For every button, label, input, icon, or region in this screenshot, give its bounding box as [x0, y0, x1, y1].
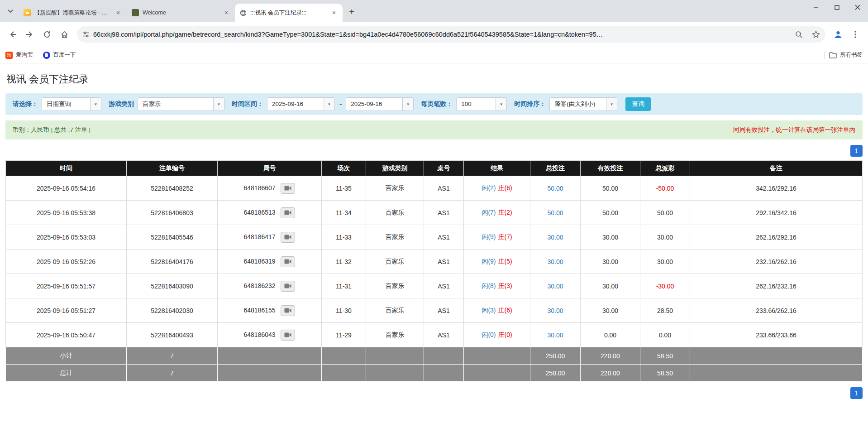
replay-video-button[interactable]	[281, 207, 295, 218]
result-banker: 庄(2)	[498, 209, 512, 216]
bookmark-label: 爱淘宝	[16, 51, 33, 59]
cell-round: 648186155	[218, 298, 322, 323]
tab-title: 【新提醒】海燕策略论坛 - 综合…	[34, 9, 110, 17]
round-id: 648186607	[244, 184, 276, 191]
tab-bet-records-active[interactable]: :::视讯 会员下注纪录::: ×	[235, 4, 343, 22]
cell-result: 闲(3)庄(6)	[464, 298, 530, 323]
replay-video-button[interactable]	[281, 330, 295, 341]
cell-round: 648186319	[218, 250, 322, 274]
query-type-select[interactable]: 日期查询 ▼	[42, 97, 101, 111]
replay-video-button[interactable]	[281, 305, 295, 316]
cell-time: 2025-09-16 05:54:16	[6, 176, 127, 201]
cell-valid-bet: 50.00	[581, 176, 640, 201]
minimize-button[interactable]	[806, 0, 826, 14]
close-icon	[855, 5, 860, 10]
empty-cell	[690, 365, 863, 382]
empty-cell	[218, 365, 322, 382]
refresh-button[interactable]	[39, 26, 55, 43]
empty-cell	[218, 347, 322, 365]
replay-video-button[interactable]	[281, 183, 295, 194]
welcome-favicon	[132, 9, 139, 16]
cell-total-bet[interactable]: 50.00	[530, 176, 581, 201]
cell-bet-id: 522816406803	[127, 201, 218, 225]
cell-session: 11-29	[322, 323, 366, 347]
home-button[interactable]	[56, 26, 72, 43]
zoom-button[interactable]	[792, 28, 806, 41]
browser-menu-button[interactable]	[847, 26, 863, 43]
home-icon	[60, 30, 69, 39]
tab-close-icon[interactable]: ×	[222, 9, 230, 17]
date-from-value: 2025-09-16	[267, 98, 324, 110]
new-tab-button[interactable]: +	[345, 5, 358, 18]
sort-order-select[interactable]: 降幂(由大到小) ▼	[549, 97, 617, 111]
per-page-select[interactable]: 100 ▼	[456, 97, 507, 111]
query-type-value: 日期查询	[42, 98, 90, 110]
sort-order-label: 时间排序：	[514, 100, 546, 108]
date-range-label: 时间区间：	[232, 100, 263, 108]
date-from-select[interactable]: 2025-09-16 ▼	[267, 97, 335, 111]
cell-table: AS1	[424, 201, 464, 225]
tab-title: Welcome	[143, 10, 219, 16]
col-header-game-type: 游戏类别	[366, 161, 424, 176]
chevron-down-icon: ▼	[213, 98, 224, 110]
search-button[interactable]: 查询	[625, 97, 651, 111]
chevron-down-icon: ▼	[606, 98, 617, 110]
cell-total-bet[interactable]: 30.00	[530, 274, 581, 298]
chevron-down-icon	[8, 10, 13, 13]
page-1-button[interactable]: 1	[850, 387, 863, 399]
replay-video-button[interactable]	[281, 256, 295, 267]
cell-total-bet[interactable]: 30.00	[530, 250, 581, 274]
replay-video-button[interactable]	[281, 281, 295, 292]
col-header-result: 结果	[464, 161, 530, 176]
forward-button[interactable]	[22, 26, 38, 43]
pagination-bottom: 1	[5, 387, 863, 399]
cell-session: 11-35	[322, 176, 366, 201]
cell-game-type: 百家乐	[366, 225, 424, 250]
cell-note: 233.66/262.16	[690, 298, 863, 323]
address-bar[interactable]: 66cxkj98.com/ipl/portal.php/game/betreco…	[77, 26, 825, 43]
table-row: 2025-09-16 05:54:16 522816408252 6481866…	[6, 176, 863, 201]
cell-table: AS1	[424, 323, 464, 347]
tab-search-button[interactable]	[4, 5, 17, 18]
video-camera-icon	[284, 308, 291, 313]
page-1-button[interactable]: 1	[850, 145, 863, 157]
bookmark-star-button[interactable]	[809, 28, 823, 41]
cell-payout: -30.00	[640, 274, 690, 298]
cell-game-type: 百家乐	[366, 323, 424, 347]
profile-avatar[interactable]	[830, 26, 846, 43]
result-banker: 庄(6)	[498, 307, 512, 314]
date-to-select[interactable]: 2025-09-16 ▼	[346, 97, 414, 111]
game-type-select[interactable]: 百家乐 ▼	[138, 97, 224, 111]
replay-video-button[interactable]	[281, 232, 295, 243]
result-player: 闲(3)	[482, 307, 496, 314]
all-bookmarks-button[interactable]: 所有书签	[829, 51, 863, 59]
tab-welcome[interactable]: Welcome ×	[127, 4, 235, 22]
tab-close-icon[interactable]: ×	[114, 9, 122, 17]
cell-total-bet[interactable]: 50.00	[530, 201, 581, 225]
back-button[interactable]	[5, 26, 21, 43]
result-player: 闲(9)	[482, 258, 496, 265]
tab-forum[interactable]: 【新提醒】海燕策略论坛 - 综合… ×	[19, 4, 127, 22]
video-camera-icon	[284, 332, 291, 337]
total-row: 总计 7 250.00 220.00 58.50	[6, 365, 863, 382]
maximize-button[interactable]	[826, 0, 847, 14]
cell-total-bet[interactable]: 30.00	[530, 298, 581, 323]
cell-total-bet[interactable]: 30.00	[530, 323, 581, 347]
url-text[interactable]: 66cxkj98.com/ipl/portal.php/game/betreco…	[93, 31, 788, 38]
cell-round: 648186607	[218, 176, 322, 201]
result-player: 闲(7)	[482, 209, 496, 216]
chevron-down-icon: ▼	[90, 98, 101, 110]
cell-total-bet[interactable]: 30.00	[530, 225, 581, 250]
col-header-session: 场次	[322, 161, 366, 176]
bookmark-baidu[interactable]: 百度一下	[43, 51, 76, 59]
bookmark-taobao[interactable]: 淘 爱淘宝	[5, 51, 33, 59]
table-row: 2025-09-16 05:53:03 522816405546 6481864…	[6, 225, 863, 250]
result-player: 闲(9)	[482, 233, 496, 240]
close-window-button[interactable]	[847, 0, 868, 14]
cell-note: 342.16/292.16	[690, 176, 863, 201]
col-header-total-bet: 总投注	[530, 161, 581, 176]
round-id: 648186417	[244, 233, 276, 240]
taobao-icon: 淘	[5, 52, 13, 59]
tab-close-icon[interactable]: ×	[330, 9, 338, 17]
date-to-value: 2025-09-16	[346, 98, 402, 110]
